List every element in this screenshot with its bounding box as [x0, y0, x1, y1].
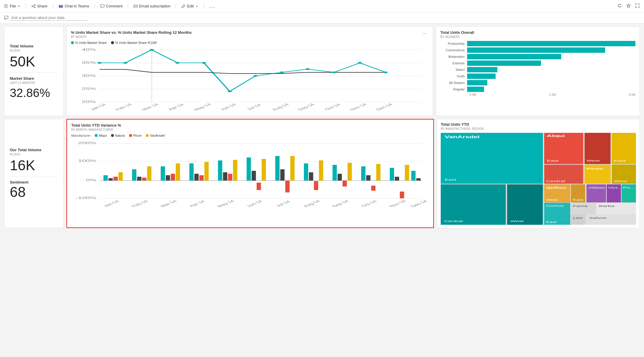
- svg-rect-88: [319, 160, 323, 181]
- our-total-volume-label: Our Total Volume: [10, 148, 58, 152]
- svg-rect-83: [285, 181, 289, 192]
- legend-vanarsdel: VanArsdel: [146, 134, 165, 137]
- market-share-label: Market Share: [10, 76, 58, 81]
- edit-label: Edit: [187, 4, 193, 8]
- svg-point-4: [32, 6, 33, 7]
- svg-text:Dec-14: Dec-14: [374, 103, 394, 111]
- svg-point-33: [305, 68, 310, 70]
- svg-rect-63: [142, 178, 146, 181]
- svg-rect-84: [290, 156, 294, 181]
- legend-item-r12m: % Units Market Share R12M: [111, 41, 156, 44]
- svg-text:Jan-14: Jan-14: [102, 200, 121, 208]
- svg-rect-77: [247, 157, 251, 181]
- email-subscription-label: Email subscription: [139, 4, 171, 8]
- total-volume-sublabel: IN 2014: [10, 49, 58, 52]
- hbar-row-regular: Regular: [440, 87, 635, 92]
- svg-rect-67: [171, 174, 175, 181]
- vbar-chart-panel: Total Units YTD Variance % BY MONTH, MAN…: [66, 119, 434, 228]
- svg-text:West: West: [586, 159, 600, 162]
- refresh-button[interactable]: [617, 3, 622, 9]
- svg-text:Mar-14: Mar-14: [159, 200, 178, 208]
- hbar-row-convenience: Convenience: [440, 47, 635, 53]
- email-subscription-button[interactable]: Email subscription: [134, 4, 171, 8]
- kpi-bottom-divider: [10, 176, 58, 176]
- file-menu[interactable]: File: [4, 4, 20, 8]
- top-row: Total Volume IN 2014 50K Market Share LA…: [4, 26, 640, 116]
- svg-text:Oct-14: Oct-14: [323, 103, 342, 111]
- svg-text:Nov-14: Nov-14: [388, 200, 407, 208]
- svg-text:East: East: [445, 178, 456, 181]
- total-volume-value: 50K: [10, 55, 58, 69]
- more-options-button[interactable]: ...: [209, 3, 215, 9]
- svg-text:Apr-14: Apr-14: [166, 103, 185, 111]
- svg-rect-101: [411, 171, 415, 181]
- svg-text:Jun-14: Jun-14: [219, 103, 238, 111]
- hbar-chart-title: Total Units Overall: [440, 30, 635, 35]
- hbar-axis: 0.0M0.2M0.4M: [469, 93, 635, 96]
- svg-text:Aug-14: Aug-14: [302, 200, 322, 208]
- svg-text:Salvus: Salvus: [589, 216, 607, 219]
- kpi-divider: [10, 72, 58, 73]
- svg-rect-100: [405, 165, 409, 181]
- svg-text:Feb-14: Feb-14: [114, 103, 134, 111]
- svg-rect-97: [390, 168, 394, 181]
- svg-point-25: [97, 62, 101, 64]
- svg-text:30%: 30%: [82, 74, 96, 77]
- svg-rect-86: [309, 172, 313, 181]
- svg-rect-75: [228, 174, 232, 181]
- svg-point-26: [123, 62, 127, 64]
- svg-text:-100%: -100%: [76, 196, 96, 200]
- line-chart-svg: 40% 35% 30% 25% 20%: [71, 47, 429, 112]
- sep3: [95, 4, 95, 9]
- favorite-button[interactable]: [626, 3, 631, 9]
- share-button[interactable]: Share: [31, 4, 47, 8]
- hbar-row-extreme: Extreme: [440, 60, 635, 66]
- svg-point-5: [34, 7, 35, 8]
- sentiment-label: Sentiment: [10, 180, 58, 184]
- hbar-chart-area: Productivity Convenience Moderation Extr…: [440, 41, 635, 96]
- svg-text:Barba: Barba: [599, 204, 615, 208]
- sep5: [176, 4, 176, 9]
- svg-rect-115: [441, 133, 543, 184]
- svg-rect-69: [189, 163, 193, 181]
- svg-rect-80: [262, 159, 266, 181]
- vbar-chart-title: Total Units YTD Variance %: [71, 123, 429, 128]
- svg-point-3: [34, 4, 35, 6]
- svg-text:Sep-14: Sep-14: [330, 200, 350, 208]
- legend-pirum: Pirum: [129, 134, 142, 137]
- legend-item-units-market-share: % Units Market Share: [71, 41, 107, 44]
- svg-text:West: West: [510, 219, 524, 223]
- svg-rect-71: [199, 175, 204, 181]
- svg-text:Sep-14: Sep-14: [296, 103, 316, 111]
- svg-text:Fama: Fama: [573, 204, 588, 208]
- line-chart-panel: % Units Market Share vs. % Units Market …: [66, 26, 433, 116]
- line-chart-more-button[interactable]: ···: [421, 30, 428, 37]
- svg-text:Jul-14: Jul-14: [274, 200, 292, 208]
- hbar-row-select: Select: [440, 67, 635, 72]
- file-label: File: [10, 4, 16, 8]
- svg-text:35%: 35%: [82, 61, 96, 64]
- svg-rect-102: [416, 178, 421, 181]
- svg-text:VanArsdel: VanArsdel: [445, 135, 480, 139]
- chat-in-teams-button[interactable]: T Chat in Teams: [58, 4, 89, 9]
- svg-text:200%: 200%: [78, 141, 96, 145]
- our-total-volume-value: 16K: [10, 158, 58, 173]
- fullscreen-icon: [635, 3, 640, 8]
- file-chevron-icon: [18, 5, 20, 8]
- star-icon: [626, 3, 631, 8]
- svg-rect-91: [342, 181, 347, 187]
- qa-input[interactable]: [10, 15, 87, 21]
- svg-text:West: West: [546, 198, 558, 201]
- svg-text:20%: 20%: [82, 100, 96, 103]
- teams-icon: T: [58, 4, 63, 9]
- svg-point-36: [383, 71, 388, 73]
- legend-dot-natura: [111, 134, 114, 137]
- svg-text:East: East: [546, 221, 556, 224]
- svg-rect-72: [204, 162, 209, 181]
- comment-label: Comment: [106, 4, 123, 8]
- fullscreen-button[interactable]: [635, 3, 640, 9]
- comment-button[interactable]: Comment: [100, 4, 123, 8]
- edit-button[interactable]: Edit: [181, 4, 198, 8]
- svg-text:Feb-14: Feb-14: [130, 200, 150, 208]
- line-chart-subtitle: BY MONTH: [71, 35, 192, 39]
